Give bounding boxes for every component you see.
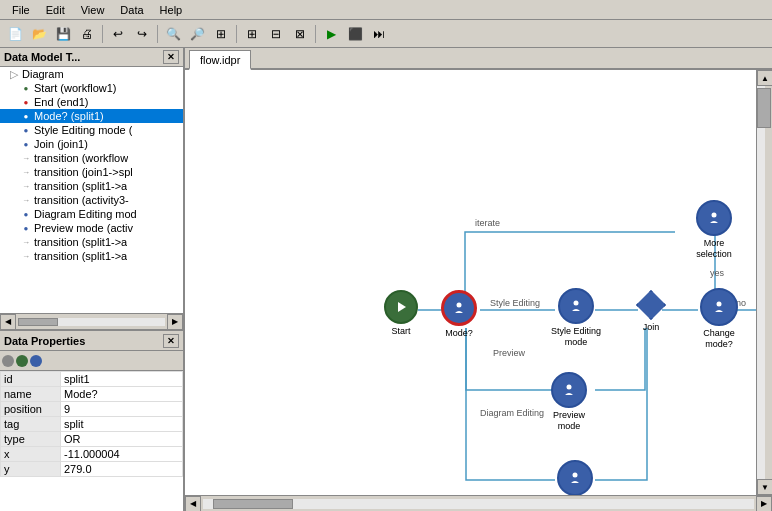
node-preview-mode[interactable]: Previewmode [551, 372, 587, 432]
data-properties-close[interactable]: ✕ [163, 334, 179, 348]
tree-label: transition (split1->a [34, 250, 127, 262]
tab-bar: flow.idpr [185, 48, 772, 70]
scroll-up-btn[interactable]: ▲ [757, 70, 772, 86]
tree-label: transition (split1->a [34, 236, 127, 248]
arrow-icon: → [20, 236, 32, 248]
more-selection-label: Moreselection [696, 238, 732, 260]
print-button[interactable]: 🖨 [76, 23, 98, 45]
prop-row-name: name Mode? [1, 387, 183, 402]
h-scroll-track[interactable] [203, 499, 754, 509]
scroll-left-btn[interactable]: ◀ [0, 314, 16, 330]
tree-item-diagram-editing[interactable]: ● Diagram Editing mod [0, 207, 183, 221]
diagram-scrollbar-v: ▲ ▼ [756, 70, 772, 495]
toolbar: 📄 📂 💾 🖨 ↩ ↪ 🔍 🔎 ⊞ ⊞ ⊟ ⊠ ▶ ⬛ ⏭ [0, 20, 772, 48]
h-scroll-thumb[interactable] [213, 499, 293, 509]
scroll-right-btn[interactable]: ▶ [756, 496, 772, 512]
prop-value-name[interactable]: Mode? [61, 387, 183, 402]
prop-row-tag: tag split [1, 417, 183, 432]
prop-row-position: position 9 [1, 402, 183, 417]
grid-button[interactable]: ⊞ [241, 23, 263, 45]
mode-circle [441, 290, 477, 326]
props-btn-1[interactable] [2, 355, 14, 367]
tab-flow[interactable]: flow.idpr [189, 50, 251, 70]
diagram-row: iterate Style Editing Preview Diagram Ed… [185, 70, 772, 495]
tree-label: transition (workflow [34, 152, 128, 164]
step-button[interactable]: ⏭ [368, 23, 390, 45]
props-btn-3[interactable] [30, 355, 42, 367]
prop-value-position[interactable]: 9 [61, 402, 183, 417]
v-scroll-track[interactable] [757, 86, 765, 479]
stop-button[interactable]: ⬛ [344, 23, 366, 45]
zoom-fit-button[interactable]: ⊞ [210, 23, 232, 45]
tree-item-end[interactable]: ● End (end1) [0, 95, 183, 109]
save-button[interactable]: 💾 [52, 23, 74, 45]
arrow-icon: → [20, 166, 32, 178]
redo-button[interactable]: ↪ [131, 23, 153, 45]
menu-edit[interactable]: Edit [38, 2, 73, 18]
tree-panel-close[interactable]: ✕ [163, 50, 179, 64]
snap-button[interactable]: ⊟ [265, 23, 287, 45]
prop-value-x[interactable]: -11.000004 [61, 447, 183, 462]
menu-view[interactable]: View [73, 2, 113, 18]
tree-label: transition (join1->spl [34, 166, 133, 178]
tree-content[interactable]: ▷ Diagram ● Start (workflow1) ● End (end… [0, 67, 183, 313]
start-circle [384, 290, 418, 324]
props-btn-2[interactable] [16, 355, 28, 367]
open-button[interactable]: 📂 [28, 23, 50, 45]
zoom-in-button[interactable]: 🔍 [162, 23, 184, 45]
scroll-track[interactable] [18, 318, 165, 326]
prop-value-type[interactable]: OR [61, 432, 183, 447]
tree-item-join[interactable]: ● Join (join1) [0, 137, 183, 151]
zoom-out-button[interactable]: 🔎 [186, 23, 208, 45]
tree-label: End (end1) [34, 96, 88, 108]
v-scroll-thumb[interactable] [757, 88, 771, 128]
run-button[interactable]: ▶ [320, 23, 342, 45]
diagram-canvas: iterate Style Editing Preview Diagram Ed… [185, 70, 756, 495]
props-scroll[interactable]: id split1 name Mode? position 9 tag [0, 371, 183, 511]
menu-help[interactable]: Help [152, 2, 191, 18]
scroll-right-btn[interactable]: ▶ [167, 314, 183, 330]
prop-value-y[interactable]: 279.0 [61, 462, 183, 477]
tree-item-trans6[interactable]: → transition (split1->a [0, 249, 183, 263]
node-diagram-editing-mode[interactable]: DiagramEditing mode [549, 460, 602, 495]
tree-item-trans4[interactable]: → transition (activity3- [0, 193, 183, 207]
scroll-left-btn[interactable]: ◀ [185, 496, 201, 512]
menu-data[interactable]: Data [112, 2, 151, 18]
node-circle-blue-icon: ● [20, 208, 32, 220]
tree-item-trans2[interactable]: → transition (join1->spl [0, 165, 183, 179]
connections-svg [185, 70, 756, 495]
node-start[interactable]: Start [384, 290, 418, 337]
tree-item-preview[interactable]: ● Preview mode (activ [0, 221, 183, 235]
node-join[interactable]: Join [636, 290, 666, 333]
tree-item-style-editing[interactable]: ● Style Editing mode ( [0, 123, 183, 137]
tree-item-diagram[interactable]: ▷ Diagram [0, 67, 183, 81]
undo-button[interactable]: ↩ [107, 23, 129, 45]
align-button[interactable]: ⊠ [289, 23, 311, 45]
svg-point-14 [712, 213, 717, 218]
tree-label: Diagram Editing mod [34, 208, 137, 220]
node-mode[interactable]: Mode? [441, 290, 477, 339]
prop-key-tag: tag [1, 417, 61, 432]
label-yes-1: yes [710, 268, 724, 278]
tree-item-trans3[interactable]: → transition (split1->a [0, 179, 183, 193]
node-circle-blue-icon: ● [20, 124, 32, 136]
menu-bar: File Edit View Data Help [0, 0, 772, 20]
node-more-selection[interactable]: Moreselection [696, 200, 732, 260]
diagram-area[interactable]: iterate Style Editing Preview Diagram Ed… [185, 70, 756, 495]
scroll-down-btn[interactable]: ▼ [757, 479, 772, 495]
tree-item-start[interactable]: ● Start (workflow1) [0, 81, 183, 95]
tree-item-trans1[interactable]: → transition (workflow [0, 151, 183, 165]
change-mode-circle [700, 288, 738, 326]
svg-point-16 [567, 385, 572, 390]
folder-icon: ▷ [8, 68, 20, 80]
prop-value-tag[interactable]: split [61, 417, 183, 432]
prop-value-id[interactable]: split1 [61, 372, 183, 387]
diagram-editing-circle [557, 460, 593, 495]
props-table: id split1 name Mode? position 9 tag [0, 371, 183, 477]
node-change-mode[interactable]: Changemode? [700, 288, 738, 350]
tree-item-trans5[interactable]: → transition (split1->a [0, 235, 183, 249]
tree-item-mode[interactable]: ● Mode? (split1) [0, 109, 183, 123]
menu-file[interactable]: File [4, 2, 38, 18]
node-style-editing-mode[interactable]: Style Editingmode [551, 288, 601, 348]
new-button[interactable]: 📄 [4, 23, 26, 45]
